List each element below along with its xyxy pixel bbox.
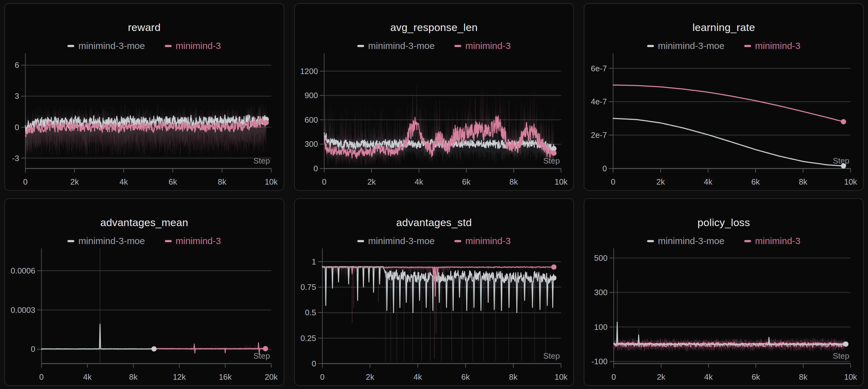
chart-title: learning_rate <box>584 21 863 34</box>
legend-item[interactable]: minimind-3 <box>455 40 511 51</box>
x-axis-title: Step <box>833 156 849 165</box>
y-tick-label: 4e-7 <box>591 97 607 106</box>
series-line-minimind-3[interactable] <box>613 85 843 122</box>
y-tick-label: 0 <box>15 123 19 132</box>
x-tick-label: 6k <box>462 177 470 187</box>
y-tick-label: 1 <box>311 257 316 266</box>
legend-swatch-icon <box>165 240 172 242</box>
chart-legend: minimind-3-moe minimind-3 <box>584 40 863 51</box>
chart-canvas[interactable]: 500300100-10002k4k6k8k10kStep <box>584 247 863 385</box>
series-end-dot <box>551 275 557 281</box>
legend-item[interactable]: minimind-3 <box>165 40 221 51</box>
chart-card: advantages_std minimind-3-moe minimind-3… <box>294 198 574 386</box>
chart-card: avg_response_len minimind-3-moe minimind… <box>294 3 574 191</box>
legend-swatch-icon <box>357 240 364 242</box>
y-tick-label: 3 <box>15 91 19 101</box>
x-axis-title: Step <box>253 351 270 361</box>
legend-item-label: minimind-3 <box>176 40 221 51</box>
chart-legend: minimind-3-moe minimind-3 <box>5 40 284 51</box>
x-tick-label: 2k <box>367 177 376 187</box>
series-end-dot <box>551 150 557 156</box>
legend-swatch-icon <box>744 240 751 242</box>
x-tick-label: 4k <box>83 372 92 382</box>
x-tick-label: 8k <box>218 177 226 187</box>
legend-item[interactable]: minimind-3 <box>744 236 801 246</box>
chart-legend: minimind-3-moe minimind-3 <box>295 40 574 51</box>
legend-item[interactable]: minimind-3-moe <box>647 40 724 51</box>
x-tick-label: 10k <box>265 177 278 187</box>
series-end-dot <box>264 120 269 125</box>
series-line-minimind-3-moe[interactable] <box>41 324 154 349</box>
y-tick-label: 2e-7 <box>591 130 607 140</box>
y-tick-label: 0 <box>602 164 607 173</box>
x-axis-title: Step <box>543 156 560 165</box>
y-tick-label: 0 <box>313 164 318 173</box>
x-tick-label: 10k <box>844 177 858 187</box>
chart-canvas[interactable]: 6e-74e-72e-7002k4k6k8k10kStep <box>584 51 863 190</box>
chart-card: learning_rate minimind-3-moe minimind-3 … <box>584 3 864 191</box>
series-end-dot <box>841 163 846 168</box>
x-tick-label: 8k <box>509 372 518 382</box>
chart-canvas[interactable]: 10.750.50.25002k4k6k8k10kStep <box>295 247 574 385</box>
x-tick-label: 0 <box>611 177 615 187</box>
chart-canvas[interactable]: 1200900600300002k4k6k8k10kStep <box>295 51 574 190</box>
x-tick-label: 20k <box>265 372 278 382</box>
chart-title: reward <box>5 21 284 34</box>
legend-item-label: minimind-3 <box>465 236 511 246</box>
legend-swatch-icon <box>357 45 364 47</box>
chart-title: advantages_std <box>295 216 574 229</box>
series-line-minimind-3-moe[interactable] <box>613 118 843 166</box>
y-tick-label: 600 <box>304 115 318 124</box>
legend-item[interactable]: minimind-3 <box>744 40 801 51</box>
legend-item[interactable]: minimind-3-moe <box>357 40 435 51</box>
legend-swatch-icon <box>67 240 74 242</box>
series-end-dot <box>841 119 846 124</box>
x-axis-title: Step <box>543 351 560 361</box>
y-tick-label: -3 <box>12 154 19 163</box>
series-end-dot <box>551 265 557 270</box>
x-tick-label: 6k <box>168 177 177 187</box>
x-tick-label: 2k <box>656 177 665 187</box>
series-line-minimind-3[interactable] <box>154 342 266 354</box>
legend-item[interactable]: minimind-3-moe <box>67 236 145 246</box>
x-axis-title: Step <box>833 351 849 361</box>
legend-swatch-icon <box>165 45 172 47</box>
y-tick-label: 0 <box>31 344 35 354</box>
chart-title: avg_response_len <box>295 21 574 34</box>
chart-legend: minimind-3-moe minimind-3 <box>584 235 863 247</box>
legend-swatch-icon <box>647 240 654 242</box>
x-tick-label: 4k <box>704 177 713 187</box>
y-tick-label: -100 <box>591 357 608 366</box>
y-tick-label: 0.25 <box>300 334 316 343</box>
legend-item[interactable]: minimind-3-moe <box>67 40 145 51</box>
legend-item-label: minimind-3-moe <box>78 40 145 51</box>
legend-item[interactable]: minimind-3-moe <box>647 236 724 246</box>
chart-card: advantages_mean minimind-3-moe minimind-… <box>4 198 284 386</box>
y-tick-label: 0.0006 <box>10 266 35 275</box>
legend-item-label: minimind-3-moe <box>658 236 724 246</box>
legend-item[interactable]: minimind-3-moe <box>357 236 435 246</box>
legend-item-label: minimind-3-moe <box>368 40 435 51</box>
legend-item-label: minimind-3 <box>755 236 801 246</box>
x-tick-label: 2k <box>657 372 666 382</box>
charts-grid: reward minimind-3-moe minimind-3 630-302… <box>0 0 868 389</box>
legend-item[interactable]: minimind-3 <box>455 236 511 246</box>
legend-swatch-icon <box>744 45 751 47</box>
chart-canvas[interactable]: 0.00060.0003004k8k12k16k20kStep <box>5 247 284 385</box>
legend-item-label: minimind-3-moe <box>368 236 435 246</box>
y-tick-label: 6e-7 <box>591 64 607 73</box>
x-tick-label: 6k <box>461 372 470 382</box>
y-tick-label: 0 <box>311 359 316 368</box>
legend-swatch-icon <box>455 45 461 47</box>
legend-item-label: minimind-3 <box>465 40 511 51</box>
chart-legend: minimind-3-moe minimind-3 <box>5 235 284 247</box>
x-tick-label: 6k <box>752 372 761 382</box>
x-tick-label: 6k <box>751 177 760 187</box>
y-tick-label: 0.0003 <box>10 305 35 315</box>
chart-canvas[interactable]: 630-302k4k6k8k10kStep <box>5 51 284 190</box>
x-tick-label: 0 <box>612 372 616 382</box>
chart-legend: minimind-3-moe minimind-3 <box>295 235 574 247</box>
x-tick-label: 8k <box>129 372 138 382</box>
legend-item[interactable]: minimind-3 <box>165 236 221 246</box>
x-tick-label: 4k <box>413 372 422 382</box>
